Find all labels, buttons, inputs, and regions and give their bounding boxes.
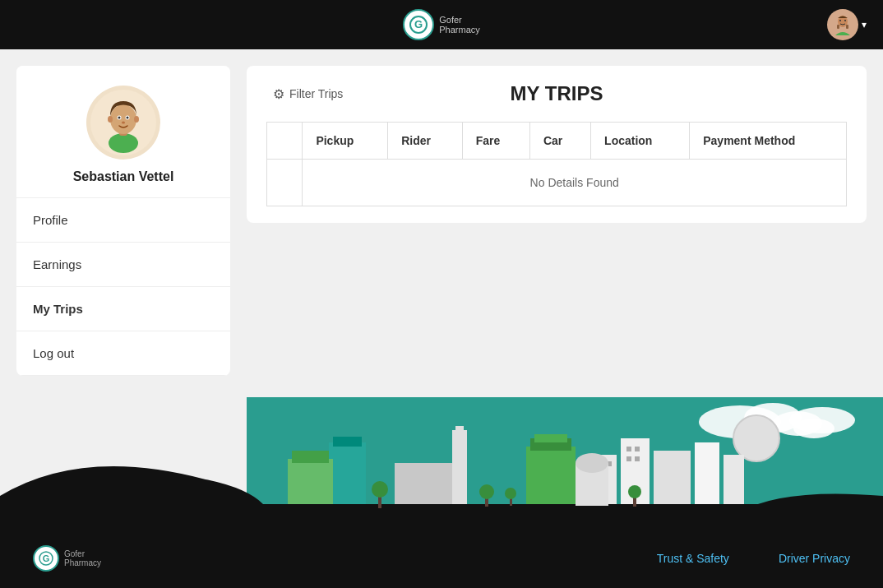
svg-point-9 xyxy=(109,133,138,153)
sidebar-item-profile[interactable]: Profile xyxy=(16,198,230,243)
svg-point-58 xyxy=(505,488,516,499)
filter-icon: ⚙ xyxy=(273,86,284,102)
svg-point-25 xyxy=(789,407,855,433)
svg-point-15 xyxy=(127,117,129,119)
footer-logo: G Gofer Pharmacy xyxy=(33,545,101,572)
footer-link-driver-privacy[interactable]: Driver Privacy xyxy=(779,552,850,565)
sidebar-user-name: Sebastian Vettel xyxy=(73,169,174,184)
svg-rect-31 xyxy=(534,434,567,442)
table-header-row: Pickup Rider Fare Car Location Payment M… xyxy=(267,123,847,160)
chevron-down-icon: ▾ xyxy=(862,19,867,30)
no-details-message: No Details Found xyxy=(303,160,847,206)
header: G Gofer Pharmacy ▾ xyxy=(0,0,883,49)
svg-text:G: G xyxy=(43,553,50,563)
sidebar-item-my-trips[interactable]: My Trips xyxy=(16,287,230,331)
avatar-image xyxy=(827,9,858,40)
svg-text:G: G xyxy=(414,18,423,30)
filter-trips-label: Filter Trips xyxy=(289,87,343,100)
row-checkbox-cell xyxy=(267,160,303,206)
main-content: Sebastian Vettel Profile Earnings My Tri… xyxy=(0,49,883,529)
trips-table: Pickup Rider Fare Car Location Payment M… xyxy=(266,122,847,206)
svg-point-6 xyxy=(839,20,841,21)
header-avatar[interactable]: ▾ xyxy=(827,9,867,40)
logo-icon: G xyxy=(403,9,434,40)
filter-trips-button[interactable]: ⚙ Filter Trips xyxy=(266,83,349,105)
svg-point-17 xyxy=(108,116,113,123)
svg-rect-34 xyxy=(654,451,691,504)
svg-rect-28 xyxy=(455,426,464,433)
svg-rect-5 xyxy=(846,25,848,29)
svg-point-60 xyxy=(628,485,641,498)
svg-rect-44 xyxy=(626,456,631,461)
logo-brand-small: Gofer xyxy=(439,15,480,25)
sidebar-avatar xyxy=(86,86,160,160)
col-pickup: Pickup xyxy=(303,123,388,160)
col-checkbox xyxy=(267,123,303,160)
city-illustration xyxy=(0,397,883,529)
col-payment-method: Payment Method xyxy=(690,123,847,160)
svg-point-54 xyxy=(372,481,388,498)
svg-rect-27 xyxy=(452,430,467,512)
svg-rect-36 xyxy=(724,455,744,504)
svg-rect-35 xyxy=(695,442,719,504)
svg-rect-45 xyxy=(635,456,640,461)
svg-rect-47 xyxy=(333,437,362,447)
col-rider: Rider xyxy=(388,123,462,160)
svg-point-14 xyxy=(118,117,121,119)
trips-section: ⚙ Filter Trips MY TRIPS Pickup Rider Far… xyxy=(247,66,867,223)
svg-point-11 xyxy=(110,104,136,134)
trips-header: ⚙ Filter Trips MY TRIPS xyxy=(266,82,847,105)
trips-title: MY TRIPS xyxy=(511,82,603,105)
table-row: No Details Found xyxy=(267,160,847,206)
footer-links: Trust & Safety Driver Privacy xyxy=(657,552,850,565)
sidebar-nav: Profile Earnings My Trips Log out xyxy=(16,198,230,376)
svg-rect-43 xyxy=(635,447,640,451)
svg-point-26 xyxy=(733,415,779,461)
svg-point-7 xyxy=(844,20,846,21)
content-row: Sebastian Vettel Profile Earnings My Tri… xyxy=(0,49,883,397)
footer-logo-icon: G xyxy=(33,545,59,572)
header-logo: G Gofer Pharmacy xyxy=(403,9,480,40)
sidebar-item-earnings[interactable]: Earnings xyxy=(16,243,230,287)
footer: G Gofer Pharmacy Trust & Safety Driver P… xyxy=(0,529,883,588)
logo-product: Pharmacy xyxy=(439,25,480,35)
col-location: Location xyxy=(591,123,690,160)
footer-link-trust-safety[interactable]: Trust & Safety xyxy=(657,552,729,565)
svg-rect-29 xyxy=(526,447,576,504)
footer-brand-small: Gofer xyxy=(64,549,101,558)
svg-rect-51 xyxy=(395,463,452,504)
svg-rect-4 xyxy=(837,25,839,29)
svg-point-16 xyxy=(122,122,125,124)
sidebar-item-logout[interactable]: Log out xyxy=(16,331,230,376)
col-car: Car xyxy=(529,123,590,160)
svg-rect-46 xyxy=(329,442,366,512)
svg-point-56 xyxy=(479,484,494,499)
col-fare: Fare xyxy=(462,123,529,160)
svg-point-62 xyxy=(576,453,608,473)
footer-product: Pharmacy xyxy=(64,558,101,567)
logo-text: Gofer Pharmacy xyxy=(439,15,480,35)
svg-rect-52 xyxy=(0,504,883,529)
sidebar: Sebastian Vettel Profile Earnings My Tri… xyxy=(16,66,230,376)
footer-logo-text: Gofer Pharmacy xyxy=(64,549,101,567)
svg-point-18 xyxy=(134,116,139,123)
svg-rect-50 xyxy=(292,451,329,463)
svg-rect-42 xyxy=(626,447,631,451)
sidebar-profile-header: Sebastian Vettel xyxy=(16,66,230,198)
